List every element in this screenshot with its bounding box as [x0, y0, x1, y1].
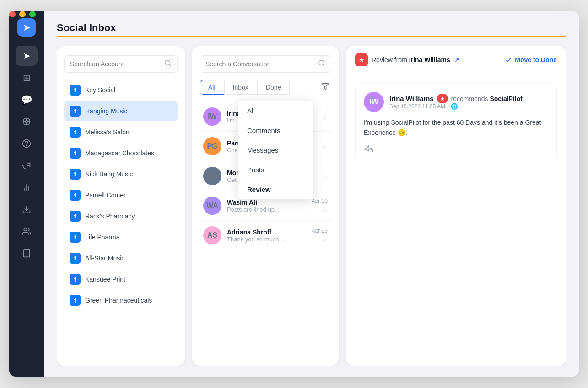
- svg-marker-17: [322, 83, 329, 90]
- conv-avatar: IW: [203, 107, 221, 126]
- sidebar-item-megaphone[interactable]: [16, 155, 38, 175]
- review-card: IW Irina Williams ★ recommends SocialPil…: [355, 83, 557, 163]
- conv-avatar: AS: [203, 226, 221, 244]
- conversation-tabs: AllInboxDone: [200, 80, 331, 95]
- filter-button[interactable]: [319, 80, 331, 95]
- conv-avatar: MM: [203, 167, 221, 185]
- filter-dropdown: AllCommentsMessagesPostsReview: [238, 101, 313, 199]
- dropdown-item-messages[interactable]: Messages: [238, 140, 313, 160]
- account-name: Pamell Comer: [85, 191, 126, 199]
- conversation-item[interactable]: AS Adriana Shroff Thank you so much ... …: [200, 221, 331, 250]
- sidebar-item-library[interactable]: [16, 243, 38, 263]
- conv-date: Apr 30: [312, 198, 328, 204]
- account-search-box: [64, 55, 178, 73]
- conv-meta: ☆: [322, 171, 328, 181]
- dropdown-item-review[interactable]: Review: [238, 180, 313, 199]
- conv-name: Adriana Shroff: [227, 229, 306, 236]
- svg-point-12: [24, 228, 27, 231]
- account-name: Hanging Music: [85, 107, 128, 115]
- main-content: Social Inbox f Key Social f Hanging Musi…: [44, 11, 579, 377]
- svg-point-13: [165, 60, 170, 65]
- facebook-icon: f: [70, 85, 81, 96]
- star-icon[interactable]: ☆: [322, 236, 328, 243]
- review-text: I'm using SocialPilot for the past 60 Da…: [364, 117, 548, 138]
- review-badge: ★ Review from Irina Williams ↗: [355, 53, 459, 66]
- star-icon[interactable]: ☆: [322, 144, 328, 151]
- star-icon[interactable]: ☆: [322, 114, 328, 121]
- detail-panel: ★ Review from Irina Williams ↗ Move to D…: [346, 46, 566, 366]
- reviewer-row: IW Irina Williams ★ recommends SocialPil…: [364, 92, 548, 112]
- account-item[interactable]: f Life Pharma: [64, 227, 178, 247]
- facebook-icon: f: [70, 232, 81, 243]
- account-name: Melissa's Salon: [85, 128, 129, 136]
- conv-meta: ☆: [322, 112, 328, 121]
- account-item[interactable]: f Rack's Pharmacy: [64, 206, 178, 226]
- close-button[interactable]: [9, 11, 16, 17]
- conversation-search-box: [200, 55, 331, 73]
- minimize-button[interactable]: [19, 11, 26, 17]
- account-name: Rack's Pharmacy: [85, 213, 135, 220]
- conv-avatar: PG: [203, 137, 221, 155]
- conv-meta: ☆: [322, 142, 328, 151]
- reply-button[interactable]: [364, 144, 548, 154]
- tab-done[interactable]: Done: [257, 80, 290, 95]
- sidebar-item-send[interactable]: ➤: [16, 46, 38, 66]
- conversation-search-icon: [318, 59, 325, 69]
- tab-all[interactable]: All: [200, 80, 224, 95]
- review-stars: ★: [437, 94, 448, 103]
- conv-avatar: WA: [203, 197, 221, 215]
- external-link-icon[interactable]: ↗: [454, 56, 459, 64]
- conv-info: Adriana Shroff Thank you so much ...: [227, 229, 306, 243]
- account-item[interactable]: f Melissa's Salon: [64, 122, 178, 142]
- accounts-panel: f Key Social f Hanging Music f Melissa's…: [57, 46, 185, 366]
- star-icon[interactable]: ☆: [322, 173, 328, 181]
- conv-meta: Apr 23 ☆: [312, 228, 328, 243]
- sidebar-item-network[interactable]: [16, 112, 38, 132]
- review-star-icon: ★: [355, 53, 368, 66]
- account-item[interactable]: f Hanging Music: [64, 101, 178, 121]
- sidebar: ➤ ➤ ⊞ 💬: [9, 11, 44, 377]
- review-meta: Sep 15,2022 11:05 AM • 🌐: [389, 103, 523, 110]
- sidebar-item-chat[interactable]: 💬: [16, 90, 38, 110]
- sidebar-item-dashboard[interactable]: ⊞: [16, 68, 38, 88]
- dropdown-item-posts[interactable]: Posts: [238, 160, 313, 180]
- conv-preview: Thank you so much ...: [227, 236, 306, 243]
- account-item[interactable]: f Nick Bang Music: [64, 164, 178, 184]
- facebook-icon: f: [70, 190, 81, 201]
- svg-line-14: [169, 64, 171, 66]
- sidebar-item-groups[interactable]: [16, 221, 38, 241]
- account-item[interactable]: f Green Pharmaceuticals: [64, 290, 178, 310]
- tab-inbox[interactable]: Inbox: [224, 80, 257, 95]
- svg-point-7: [26, 145, 27, 146]
- account-name: Nick Bang Music: [85, 170, 133, 178]
- account-item[interactable]: f Pamell Comer: [64, 185, 178, 205]
- facebook-icon: f: [70, 274, 81, 285]
- dropdown-item-comments[interactable]: Comments: [238, 121, 313, 140]
- account-item[interactable]: f Key Social: [64, 80, 178, 100]
- sidebar-item-analytics[interactable]: [16, 177, 38, 197]
- review-label: Review from Irina Williams ↗: [372, 56, 459, 64]
- conversation-search-input[interactable]: [205, 60, 314, 68]
- conversations-panel: AllInboxDone IW Irina Williams I'm using…: [192, 46, 339, 366]
- page-title: Social Inbox: [57, 22, 566, 37]
- recommends-text: recommends SocialPilot: [451, 95, 523, 102]
- sidebar-item-download[interactable]: [16, 199, 38, 219]
- facebook-icon: f: [70, 253, 81, 264]
- svg-point-0: [26, 121, 28, 123]
- facebook-icon: f: [70, 106, 81, 117]
- account-item[interactable]: f All-Star Music: [64, 248, 178, 268]
- account-item[interactable]: f Kansuee Print: [64, 269, 178, 289]
- sidebar-item-support[interactable]: [16, 133, 38, 154]
- svg-point-15: [319, 60, 324, 65]
- conv-meta: Apr 30 ☆: [312, 198, 328, 213]
- star-icon[interactable]: ☆: [322, 206, 328, 213]
- account-name: Kansuee Print: [85, 276, 125, 283]
- account-item[interactable]: f Madagascar Chocolates: [64, 143, 178, 163]
- move-to-done-button[interactable]: Move to Done: [505, 56, 557, 64]
- dropdown-item-all[interactable]: All: [238, 101, 313, 121]
- reviewer-info: Irina Williams ★ recommends SocialPilot …: [389, 94, 523, 110]
- account-list: f Key Social f Hanging Music f Melissa's…: [64, 80, 178, 310]
- account-name: All-Star Music: [85, 255, 124, 262]
- maximize-button[interactable]: [29, 11, 36, 17]
- account-search-input[interactable]: [70, 60, 161, 68]
